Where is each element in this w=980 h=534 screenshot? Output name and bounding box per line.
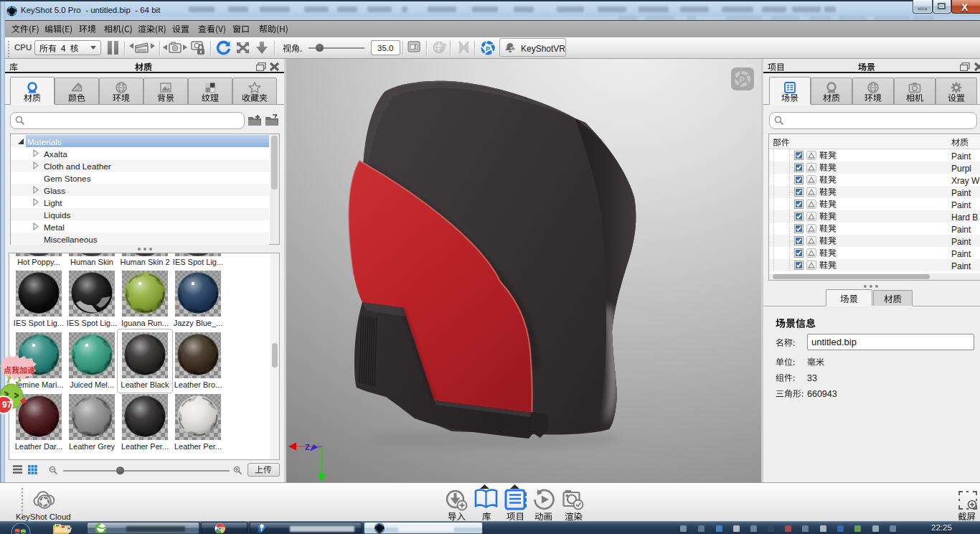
svg-text:Z: Z [305,443,310,451]
svg-text:P: P [740,75,745,84]
svg-text:P: P [486,45,490,52]
